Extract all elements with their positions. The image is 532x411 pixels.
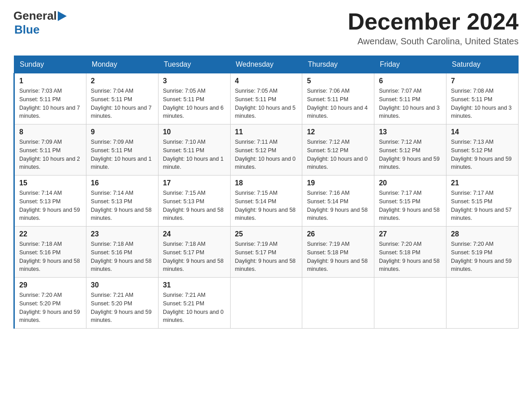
calendar-cell: 16Sunrise: 7:14 AMSunset: 5:13 PMDayligh… bbox=[86, 176, 158, 227]
day-number: 26 bbox=[307, 230, 369, 238]
day-number: 19 bbox=[307, 179, 369, 187]
day-number: 2 bbox=[91, 77, 154, 85]
day-number: 28 bbox=[451, 230, 514, 238]
calendar-cell: 9Sunrise: 7:09 AMSunset: 5:11 PMDaylight… bbox=[86, 124, 158, 176]
day-header-sunday: Sunday bbox=[14, 56, 86, 73]
calendar-cell: 23Sunrise: 7:18 AMSunset: 5:16 PMDayligh… bbox=[86, 227, 158, 278]
day-number: 18 bbox=[235, 179, 298, 187]
month-title: December 2024 bbox=[348, 9, 519, 34]
day-number: 25 bbox=[235, 230, 298, 238]
calendar-week-row: 1Sunrise: 7:03 AMSunset: 5:11 PMDaylight… bbox=[14, 73, 519, 124]
calendar-week-row: 8Sunrise: 7:09 AMSunset: 5:11 PMDaylight… bbox=[14, 124, 519, 176]
day-header-wednesday: Wednesday bbox=[230, 56, 302, 73]
day-info: Sunrise: 7:05 AMSunset: 5:11 PMDaylight:… bbox=[235, 87, 298, 120]
day-number: 17 bbox=[163, 179, 226, 187]
logo-general-text: General bbox=[13, 9, 57, 23]
calendar-table: SundayMondayTuesdayWednesdayThursdayFrid… bbox=[13, 56, 519, 329]
day-info: Sunrise: 7:19 AMSunset: 5:18 PMDaylight:… bbox=[307, 240, 369, 274]
day-info: Sunrise: 7:21 AMSunset: 5:21 PMDaylight:… bbox=[163, 291, 226, 325]
day-number: 12 bbox=[307, 128, 369, 136]
day-info: Sunrise: 7:15 AMSunset: 5:14 PMDaylight:… bbox=[235, 189, 298, 223]
calendar-cell: 5Sunrise: 7:06 AMSunset: 5:11 PMDaylight… bbox=[302, 73, 374, 124]
day-info: Sunrise: 7:09 AMSunset: 5:11 PMDaylight:… bbox=[91, 138, 154, 171]
day-number: 6 bbox=[379, 77, 442, 85]
calendar-cell: 6Sunrise: 7:07 AMSunset: 5:11 PMDaylight… bbox=[374, 73, 446, 124]
day-number: 1 bbox=[19, 77, 82, 85]
day-number: 3 bbox=[163, 77, 226, 85]
day-number: 24 bbox=[163, 230, 226, 238]
day-info: Sunrise: 7:10 AMSunset: 5:11 PMDaylight:… bbox=[163, 138, 226, 171]
calendar-cell: 14Sunrise: 7:13 AMSunset: 5:12 PMDayligh… bbox=[446, 124, 519, 176]
day-header-tuesday: Tuesday bbox=[158, 56, 230, 73]
calendar-week-row: 29Sunrise: 7:20 AMSunset: 5:20 PMDayligh… bbox=[14, 278, 519, 329]
day-info: Sunrise: 7:17 AMSunset: 5:15 PMDaylight:… bbox=[451, 189, 514, 223]
day-number: 31 bbox=[163, 281, 226, 289]
calendar-cell: 29Sunrise: 7:20 AMSunset: 5:20 PMDayligh… bbox=[14, 278, 86, 329]
location-subtitle: Awendaw, South Carolina, United States bbox=[348, 36, 519, 47]
day-number: 11 bbox=[235, 128, 298, 136]
day-header-friday: Friday bbox=[374, 56, 446, 73]
day-info: Sunrise: 7:09 AMSunset: 5:11 PMDaylight:… bbox=[19, 138, 82, 171]
calendar-cell: 24Sunrise: 7:18 AMSunset: 5:17 PMDayligh… bbox=[158, 227, 230, 278]
day-info: Sunrise: 7:18 AMSunset: 5:16 PMDaylight:… bbox=[19, 240, 82, 274]
day-info: Sunrise: 7:06 AMSunset: 5:11 PMDaylight:… bbox=[307, 87, 369, 120]
calendar-cell: 11Sunrise: 7:11 AMSunset: 5:12 PMDayligh… bbox=[230, 124, 302, 176]
day-number: 15 bbox=[19, 179, 82, 187]
calendar-cell: 13Sunrise: 7:12 AMSunset: 5:12 PMDayligh… bbox=[374, 124, 446, 176]
day-number: 8 bbox=[19, 128, 82, 136]
calendar-cell: 20Sunrise: 7:17 AMSunset: 5:15 PMDayligh… bbox=[374, 176, 446, 227]
day-info: Sunrise: 7:12 AMSunset: 5:12 PMDaylight:… bbox=[379, 138, 442, 171]
title-area: December 2024 Awendaw, South Carolina, U… bbox=[348, 9, 519, 47]
day-headers-row: SundayMondayTuesdayWednesdayThursdayFrid… bbox=[14, 56, 519, 73]
calendar-cell: 26Sunrise: 7:19 AMSunset: 5:18 PMDayligh… bbox=[302, 227, 374, 278]
day-number: 20 bbox=[379, 179, 442, 187]
calendar-cell bbox=[446, 278, 519, 329]
calendar-cell: 4Sunrise: 7:05 AMSunset: 5:11 PMDaylight… bbox=[230, 73, 302, 124]
day-number: 21 bbox=[451, 179, 514, 187]
day-info: Sunrise: 7:05 AMSunset: 5:11 PMDaylight:… bbox=[163, 87, 226, 120]
day-info: Sunrise: 7:15 AMSunset: 5:13 PMDaylight:… bbox=[163, 189, 226, 223]
logo-arrow-icon bbox=[58, 11, 67, 21]
calendar-cell: 25Sunrise: 7:19 AMSunset: 5:17 PMDayligh… bbox=[230, 227, 302, 278]
logo-blue-text: Blue bbox=[14, 23, 68, 37]
day-info: Sunrise: 7:08 AMSunset: 5:11 PMDaylight:… bbox=[451, 87, 514, 120]
calendar-cell: 30Sunrise: 7:21 AMSunset: 5:20 PMDayligh… bbox=[86, 278, 158, 329]
day-info: Sunrise: 7:20 AMSunset: 5:19 PMDaylight:… bbox=[451, 240, 514, 274]
day-info: Sunrise: 7:14 AMSunset: 5:13 PMDaylight:… bbox=[91, 189, 154, 223]
day-number: 5 bbox=[307, 77, 369, 85]
day-header-saturday: Saturday bbox=[446, 56, 519, 73]
calendar-cell bbox=[230, 278, 302, 329]
calendar-cell: 10Sunrise: 7:10 AMSunset: 5:11 PMDayligh… bbox=[158, 124, 230, 176]
page-header: General Blue December 2024 Awendaw, Sout… bbox=[13, 9, 519, 47]
day-info: Sunrise: 7:04 AMSunset: 5:11 PMDaylight:… bbox=[91, 87, 154, 120]
day-info: Sunrise: 7:17 AMSunset: 5:15 PMDaylight:… bbox=[379, 189, 442, 223]
logo: General Blue bbox=[13, 9, 68, 37]
day-number: 9 bbox=[91, 128, 154, 136]
calendar-cell: 8Sunrise: 7:09 AMSunset: 5:11 PMDaylight… bbox=[14, 124, 86, 176]
day-number: 22 bbox=[19, 230, 82, 238]
day-info: Sunrise: 7:18 AMSunset: 5:16 PMDaylight:… bbox=[91, 240, 154, 274]
day-number: 29 bbox=[19, 281, 82, 289]
day-info: Sunrise: 7:07 AMSunset: 5:11 PMDaylight:… bbox=[379, 87, 442, 120]
day-info: Sunrise: 7:20 AMSunset: 5:18 PMDaylight:… bbox=[379, 240, 442, 274]
day-info: Sunrise: 7:16 AMSunset: 5:14 PMDaylight:… bbox=[307, 189, 369, 223]
day-number: 14 bbox=[451, 128, 514, 136]
day-number: 10 bbox=[163, 128, 226, 136]
day-info: Sunrise: 7:11 AMSunset: 5:12 PMDaylight:… bbox=[235, 138, 298, 171]
day-info: Sunrise: 7:13 AMSunset: 5:12 PMDaylight:… bbox=[451, 138, 514, 171]
calendar-cell: 19Sunrise: 7:16 AMSunset: 5:14 PMDayligh… bbox=[302, 176, 374, 227]
day-info: Sunrise: 7:18 AMSunset: 5:17 PMDaylight:… bbox=[163, 240, 226, 274]
day-number: 16 bbox=[91, 179, 154, 187]
calendar-cell: 27Sunrise: 7:20 AMSunset: 5:18 PMDayligh… bbox=[374, 227, 446, 278]
calendar-cell: 2Sunrise: 7:04 AMSunset: 5:11 PMDaylight… bbox=[86, 73, 158, 124]
calendar-cell: 22Sunrise: 7:18 AMSunset: 5:16 PMDayligh… bbox=[14, 227, 86, 278]
day-number: 27 bbox=[379, 230, 442, 238]
calendar-cell: 7Sunrise: 7:08 AMSunset: 5:11 PMDaylight… bbox=[446, 73, 519, 124]
calendar-week-row: 15Sunrise: 7:14 AMSunset: 5:13 PMDayligh… bbox=[14, 176, 519, 227]
calendar-cell: 17Sunrise: 7:15 AMSunset: 5:13 PMDayligh… bbox=[158, 176, 230, 227]
calendar-cell bbox=[302, 278, 374, 329]
calendar-cell: 3Sunrise: 7:05 AMSunset: 5:11 PMDaylight… bbox=[158, 73, 230, 124]
day-number: 7 bbox=[451, 77, 514, 85]
calendar-cell: 18Sunrise: 7:15 AMSunset: 5:14 PMDayligh… bbox=[230, 176, 302, 227]
day-number: 13 bbox=[379, 128, 442, 136]
